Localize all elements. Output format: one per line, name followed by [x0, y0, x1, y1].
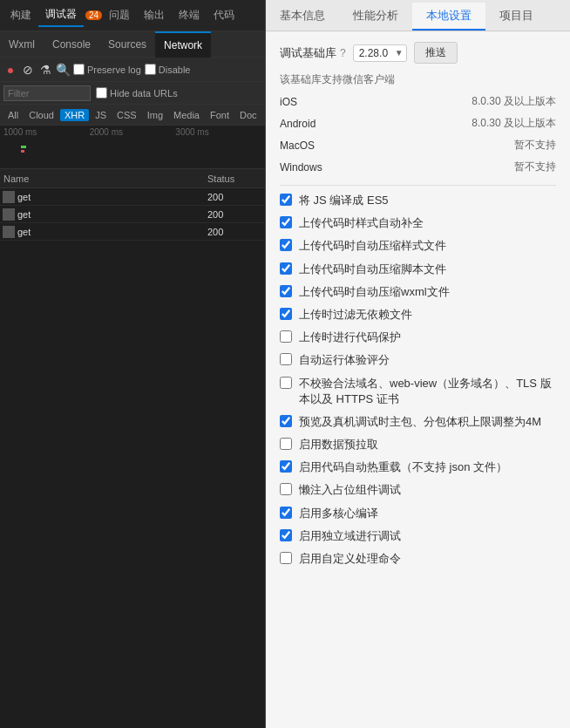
subtab-sources[interactable]: Sources [99, 31, 155, 58]
option-row: 上传时进行代码保护 [280, 330, 556, 345]
option-checkbox-4[interactable] [280, 285, 292, 297]
option-label-4: 上传代码时自动压缩wxml文件 [299, 284, 450, 300]
option-checkbox-12[interactable] [280, 483, 292, 495]
right-panel: 基本信息 性能分析 本地设置 项目目 调试基础库 ? 2.28.0 ▼ 推送 该… [266, 0, 570, 728]
hide-data-urls-label[interactable]: Hide data URLs [96, 87, 178, 99]
option-label-0: 将 JS 编译成 ES5 [299, 193, 389, 208]
subtab-wxml[interactable]: Wxml [0, 31, 44, 58]
type-cloud[interactable]: Cloud [24, 109, 58, 121]
timeline-label-3: 3000 ms [175, 127, 261, 137]
platform-section: 该基础库支持微信客户端 iOS 8.0.30 及以上版本 Android 8.0… [280, 72, 556, 176]
filter-icon[interactable]: ⚗ [38, 63, 52, 77]
option-row: 启用独立域进行调试 [280, 528, 556, 544]
help-icon[interactable]: ? [340, 47, 346, 59]
option-label-5: 上传时过滤无依赖文件 [299, 307, 412, 323]
disable-checkbox[interactable] [145, 64, 156, 75]
type-doc[interactable]: Doc [235, 109, 261, 121]
timeline-area: 1000 ms 2000 ms 3000 ms [0, 126, 265, 169]
row-name-2: get [17, 209, 204, 220]
preserve-log-label[interactable]: Preserve log [73, 64, 141, 75]
push-button[interactable]: 推送 [414, 42, 458, 64]
option-checkbox-8[interactable] [280, 377, 292, 389]
platform-android: Android 8.0.30 及以上版本 [280, 114, 556, 133]
preserve-log-checkbox[interactable] [73, 64, 85, 75]
disable-label[interactable]: Disable [145, 64, 191, 75]
type-img[interactable]: Img [143, 109, 167, 121]
option-checkbox-2[interactable] [280, 239, 292, 251]
right-tab-local[interactable]: 本地设置 [412, 3, 485, 31]
search-icon[interactable]: 🔍 [56, 63, 70, 77]
ios-label: iOS [280, 96, 349, 108]
option-row: 将 JS 编译成 ES5 [280, 193, 556, 208]
right-content: 调试基础库 ? 2.28.0 ▼ 推送 该基础库支持微信客户端 iOS 8.0.… [266, 31, 570, 728]
tab-debugger[interactable]: 调试器 [38, 3, 84, 27]
option-label-1: 上传代码时样式自动补全 [299, 215, 424, 231]
row-name-1: get [17, 192, 204, 202]
stop-button[interactable]: ⊘ [21, 63, 35, 77]
option-checkbox-15[interactable] [280, 552, 292, 564]
option-checkbox-5[interactable] [280, 308, 292, 320]
type-font[interactable]: Font [206, 109, 234, 121]
type-js[interactable]: JS [91, 109, 111, 121]
table-header: Name Status [0, 169, 265, 188]
option-checkbox-0[interactable] [280, 194, 292, 206]
option-checkbox-6[interactable] [280, 330, 292, 343]
subtab-network[interactable]: Network [155, 31, 211, 58]
filter-input[interactable] [3, 85, 91, 101]
tab-output[interactable]: 输出 [137, 4, 172, 26]
option-label-14: 启用独立域进行调试 [299, 528, 401, 544]
timeline-bar-area [3, 139, 261, 156]
option-row: 懒注入占位组件调试 [280, 482, 556, 498]
option-row: 上传代码时自动压缩wxml文件 [280, 284, 556, 300]
timeline-bar-red [21, 150, 24, 153]
option-checkbox-11[interactable] [280, 460, 292, 473]
table-row[interactable]: get 200 [0, 223, 265, 241]
tab-code[interactable]: 代码 [207, 4, 241, 26]
option-checkbox-7[interactable] [280, 353, 292, 365]
type-media[interactable]: Media [169, 109, 204, 121]
type-css[interactable]: CSS [112, 109, 141, 121]
subtabs-row: Wxml Console Sources Network [0, 31, 265, 58]
network-toolbar: ● ⊘ ⚗ 🔍 Preserve log Disable [0, 58, 265, 82]
record-button[interactable]: ● [3, 63, 17, 77]
option-checkbox-10[interactable] [280, 438, 292, 450]
option-row: 启用数据预拉取 [280, 437, 556, 452]
option-checkbox-14[interactable] [280, 529, 292, 541]
tab-build[interactable]: 构建 [3, 4, 38, 26]
tab-terminal[interactable]: 终端 [172, 4, 207, 26]
right-tab-basic[interactable]: 基本信息 [266, 3, 339, 31]
option-checkbox-1[interactable] [280, 216, 292, 228]
option-row: 上传代码时自动压缩样式文件 [280, 238, 556, 254]
type-xhr[interactable]: XHR [60, 109, 89, 121]
platform-macos: MacOS 暂不支持 [280, 136, 556, 154]
option-label-9: 预览及真机调试时主包、分包体积上限调整为4M [299, 414, 541, 430]
row-status-1: 200 [204, 192, 248, 202]
right-tab-performance[interactable]: 性能分析 [339, 3, 412, 31]
option-checkbox-13[interactable] [280, 507, 292, 519]
network-table: Name Status get 200 get 200 get 200 [0, 169, 265, 728]
option-row: 上传代码时样式自动补全 [280, 215, 556, 231]
option-row: 不校验合法域名、web-view（业务域名）、TLS 版本以及 HTTPS 证书 [280, 376, 556, 407]
tab-issues[interactable]: 问题 [102, 4, 137, 26]
hide-data-urls-checkbox[interactable] [96, 87, 107, 99]
type-all[interactable]: All [3, 109, 23, 121]
subtab-console[interactable]: Console [44, 31, 99, 58]
table-row[interactable]: get 200 [0, 206, 265, 223]
option-checkbox-3[interactable] [280, 262, 292, 275]
col-name-header: Name [0, 173, 204, 184]
option-row: 启用代码自动热重载（不支持 json 文件） [280, 459, 556, 475]
option-label-15: 启用自定义处理命令 [299, 551, 401, 567]
option-checkbox-9[interactable] [280, 415, 292, 427]
timeline-label-1: 1000 ms [3, 127, 90, 137]
version-select[interactable]: 2.28.0 [353, 44, 407, 62]
type-filter-row: All Cloud XHR JS CSS Img Media Font Doc [0, 105, 265, 126]
option-row: 启用自定义处理命令 [280, 551, 556, 567]
table-row[interactable]: get 200 [0, 188, 265, 206]
col-status-header: Status [204, 173, 248, 184]
option-label-7: 自动运行体验评分 [299, 352, 390, 368]
option-label-6: 上传时进行代码保护 [299, 330, 401, 345]
row-icon-3 [3, 226, 15, 238]
right-tab-project[interactable]: 项目目 [485, 3, 547, 31]
android-value: 8.0.30 及以上版本 [349, 116, 556, 131]
option-row: 自动运行体验评分 [280, 352, 556, 368]
